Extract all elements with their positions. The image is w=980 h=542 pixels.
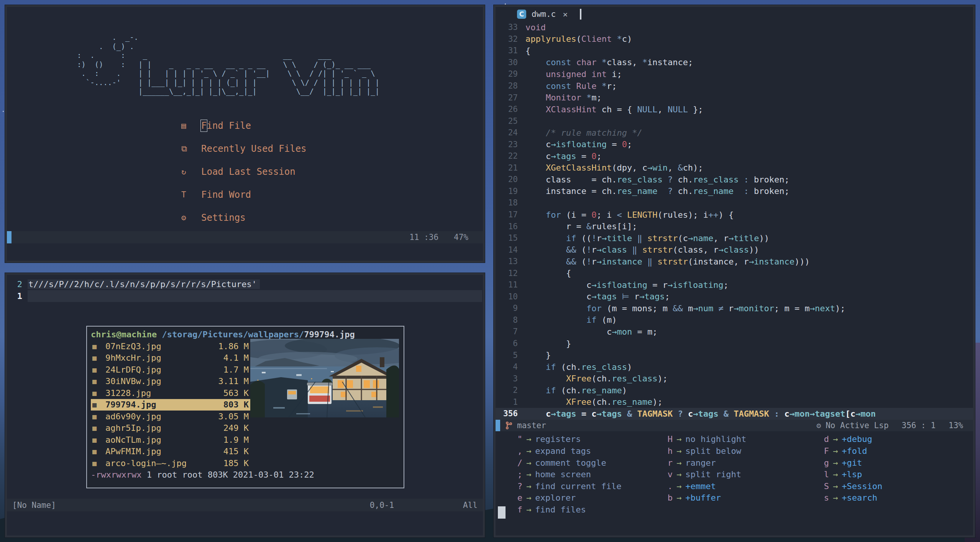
whichkey-binding-expand-tags[interactable]: ,→expand tags [517,445,667,457]
whichkey-binding--emmet[interactable]: .→+emmet [667,480,824,492]
file-size: 563 K [223,388,249,398]
menu-item-settings[interactable]: ⚙Settings [181,211,307,225]
tab-cursor-beam [580,9,581,20]
arrow-icon: → [829,470,842,479]
lsp-status: No Active Lsp [826,421,888,430]
code-text: r = &rules[i]; [525,222,637,231]
code-line: 11 c→isfloating = r→isfloating; [496,279,973,291]
buffer-text: t///s/P//2/h/c/.l/s/n/s/p/p/s/r/r/s/Pict… [28,279,260,289]
menu-item-find-word[interactable]: TFind Word [181,188,307,202]
whichkey-binding-find-files[interactable]: f→find files [517,504,667,516]
whichkey-binding-comment-toggle[interactable]: /→comment toggle [517,457,667,469]
line-number: 7 [496,327,518,336]
whichkey-binding--buffer[interactable]: b→+buffer [667,492,824,504]
code-text: c→mon = m; [525,327,657,337]
code-text: && (!r→class ‖ strstr(class, r→class)) [525,245,759,255]
code-text: Monitor *m; [525,93,602,102]
current-code-line: 356 c→tags = c→tags & TAGMASK ? c→tags &… [496,408,973,420]
binding-label: find current file [535,481,621,491]
lunarvim-ascii-logo: . _-. . (_) . : . : _ __ ___ :) () : | |… [68,33,379,96]
file-name: 31228.jpg [105,388,151,398]
close-icon[interactable]: × [561,10,569,19]
file-row[interactable]: ▦24LrDFQ.jpg1.7 M [91,364,251,376]
whichkey-binding-home-screen[interactable]: ;→home screen [517,468,667,480]
code-line: 23 c→isfloating = 0; [496,138,973,150]
file-row[interactable]: ▦799794.jpg803 K [91,399,251,411]
code-text: const char *class, *instance; [525,57,693,67]
code-text: { [525,46,530,56]
file-row[interactable]: ▦31228.jpg563 K [91,387,251,399]
binding-label: +search [842,493,877,503]
desktop: { "colors": { "accent_blue": "#5c9fd6", … [0,0,980,542]
scroll-percent: 13% [949,421,963,430]
line-number: 10 [496,292,518,301]
file-row[interactable]: ▦30iNVBw.jpg3.11 M [91,376,251,388]
line-number: 22 [496,151,518,161]
code-line: 32applyrules(Client *c) [496,33,973,45]
line-number: 24 [496,128,518,137]
code-line: 17 for (i = 0; i < LENGTH(rules); i++) { [496,209,973,221]
code-text: unsigned int i; [525,69,622,79]
whichkey-binding--session[interactable]: S→+Session [824,480,954,492]
code-text: XFree(ch.res_name); [525,397,663,407]
line-number: 30 [496,58,518,67]
file-size: 185 K [223,458,249,468]
whichkey-binding-registers[interactable]: "→registers [517,434,667,445]
git-branch-name[interactable]: master [517,421,546,430]
code-line: 4 if (ch.res_class) [496,361,973,373]
whichkey-binding--fold[interactable]: F→+fold [824,445,954,457]
file-row[interactable]: ▦aghr5Ip.jpg249 K [91,422,251,434]
code-text: } [525,350,551,360]
arrow-icon: → [673,481,685,491]
user-host: chris@machine [91,330,157,339]
file-row[interactable]: ▦arco-login—~.jpg185 K [91,457,251,469]
file-row[interactable]: ▦07nEzQ3.jpg1.86 M [91,340,251,352]
image-file-icon: ▦ [92,436,105,444]
code-line: 31{ [496,45,973,57]
permission-bits: -rwxrwxrwx [91,470,141,480]
image-file-icon: ▦ [92,366,105,374]
whichkey-binding--lsp[interactable]: l→+lsp [824,468,954,480]
code-area[interactable]: 33void32applyrules(Client *c)31{30 const… [496,21,973,420]
key: ; [517,470,522,479]
line-number: 26 [496,105,518,114]
code-line: 24 /* rule matching */ [496,127,973,139]
code-line: 13 && (!r→instance ‖ strstr(instance, r→… [496,256,973,268]
code-line: 9 for (m = mons; m && m→num ≠ r→monitor;… [496,302,973,314]
arrow-icon: → [673,446,685,456]
whichkey-binding--debug[interactable]: d→+debug [824,434,954,445]
file-size: 249 K [223,423,249,433]
arrow-icon: → [829,446,842,456]
file-row[interactable]: ▦aoNcTLm.jpg1.9 M [91,434,251,446]
code-text: c→isfloating = 0; [525,140,632,149]
whichkey-binding-split-below[interactable]: h→split below [667,445,824,457]
binding-label: +git [842,458,862,468]
arrow-icon: → [522,481,535,491]
binding-label: comment toggle [535,458,606,468]
code-line: 3 XFree(ch.res_class); [496,373,973,384]
code-line: 30 const char *class, *instance; [496,57,973,69]
lunarvim-dashboard-window: . _-. . (_) . : . : _ __ ___ :) () : | |… [5,5,485,263]
whichkey-binding--search[interactable]: s→+search [824,492,954,504]
tab-dwm-c[interactable]: C dwm.c × [496,7,576,21]
whichkey-binding-no-highlight[interactable]: H→no highlight [667,434,824,445]
whichkey-binding-explorer[interactable]: e→explorer [517,492,667,504]
line-number: 33 [496,23,518,32]
file-row[interactable]: ▦APwFMIM.jpg415 K [91,446,251,458]
image-file-icon: ▦ [92,342,105,350]
code-line: 16 r = &rules[i]; [496,220,973,232]
file-row[interactable]: ▦ad6v90y.jpg3.05 M [91,411,251,422]
binding-label: +emmet [685,481,716,491]
menu-item-find-file[interactable]: ▤Find File [181,119,307,133]
scroll-indicator: All [463,501,478,510]
file-name: 30iNVBw.jpg [105,376,161,386]
whichkey-binding-find-current-file[interactable]: ?→find current file [517,480,667,492]
whichkey-binding-ranger[interactable]: r→ranger [667,457,824,469]
code-text: c→isfloating = r→isfloating; [525,280,729,290]
whichkey-binding-split-right[interactable]: v→split right [667,468,824,480]
code-text: if (ch.res_name) [525,386,627,395]
file-row[interactable]: ▦9hMxcHr.jpg4.1 M [91,352,251,364]
menu-item-recently-used-files[interactable]: ⧉Recently Used Files [181,142,307,156]
whichkey-binding--git[interactable]: g→+git [824,457,954,469]
menu-item-load-last-session[interactable]: ↻Load Last Session [181,165,307,179]
